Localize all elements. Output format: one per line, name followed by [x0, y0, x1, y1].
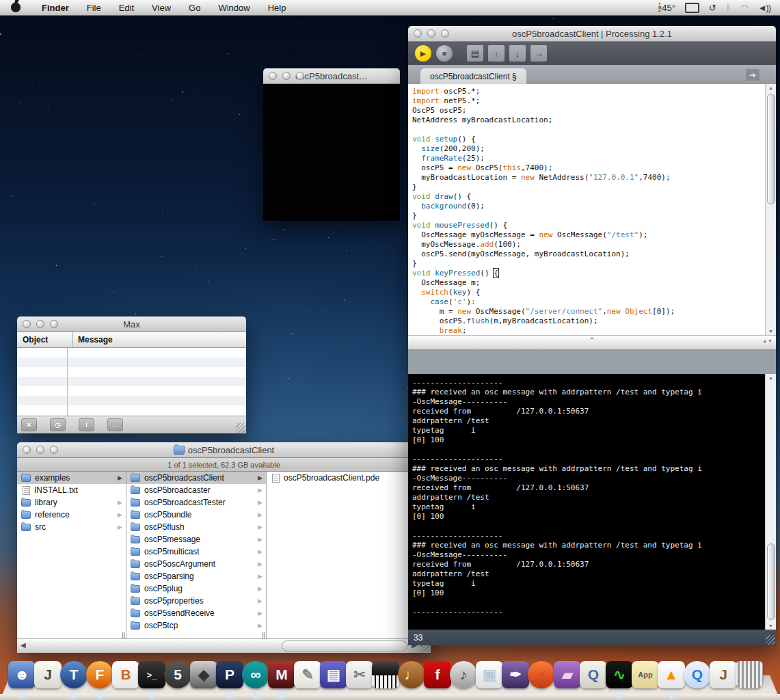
open-button[interactable]: ↑: [488, 45, 505, 62]
volume-icon[interactable]: ◄)): [757, 3, 770, 13]
dock-item-flash[interactable]: f: [425, 661, 450, 691]
scrollbar-thumb[interactable]: [282, 641, 407, 651]
zoom-button[interactable]: [441, 29, 449, 38]
menu-item-finder[interactable]: Finder: [33, 1, 78, 15]
dock-item-arduino[interactable]: ∞: [243, 661, 269, 691]
processing-titlebar[interactable]: oscP5broadcastClient | Processing 1.2.1: [408, 26, 776, 42]
collapse-caret-icon[interactable]: ˆ: [591, 336, 593, 347]
finder-item-oscp5message[interactable]: oscP5message▶: [126, 533, 266, 546]
dock-item-midi-keyboard[interactable]: [373, 661, 399, 691]
column-header-object[interactable]: Object: [17, 335, 72, 345]
dock-item-app-5[interactable]: 5: [165, 661, 191, 691]
max-row[interactable]: [17, 367, 246, 377]
dock-item-blue-toolbox[interactable]: ▤: [321, 661, 347, 691]
finder-item-oscp5broadcastclient[interactable]: oscP5broadcastClient▶: [126, 472, 266, 484]
column-header-message[interactable]: Message: [72, 332, 113, 347]
display-icon[interactable]: [685, 3, 699, 13]
dock-item-trash[interactable]: [736, 661, 762, 691]
close-button[interactable]: [23, 446, 31, 454]
finder-item-oscp5parsing[interactable]: oscP5parsing▶: [126, 570, 266, 582]
close-button[interactable]: [414, 29, 422, 38]
console-vertical-scrollbar[interactable]: ▲ ▼: [765, 374, 776, 630]
dock-item-ink-flask[interactable]: ✒: [502, 661, 528, 691]
close-button[interactable]: ✕: [21, 418, 37, 431]
dock-item-garageband[interactable]: ♩: [399, 661, 425, 691]
run-button[interactable]: ▶: [415, 45, 431, 62]
splitter-arrows-icon[interactable]: ▲▼: [762, 338, 773, 343]
max-row[interactable]: [17, 348, 246, 358]
dock-item-activity-meter[interactable]: ∿: [606, 661, 632, 691]
sketch-titlebar[interactable]: oscP5broadcast…: [263, 68, 400, 84]
finder-item-oscp5oscargument[interactable]: oscP5oscArgument▶: [126, 558, 266, 570]
scroll-up-icon[interactable]: ▲: [766, 375, 776, 380]
scrollbar-thumb[interactable]: [767, 543, 775, 620]
dock-item-firefox[interactable]: F: [87, 661, 113, 691]
max-titlebar[interactable]: Max: [17, 317, 246, 332]
dock-item-processing[interactable]: P: [217, 661, 243, 691]
code-vertical-scrollbar[interactable]: ▲ ▼: [765, 84, 776, 335]
save-button[interactable]: ↓: [509, 45, 526, 62]
minimize-button[interactable]: [427, 29, 435, 38]
finder-item-oscp5sendreceive[interactable]: oscP5sendReceive▶: [126, 607, 266, 619]
finder-item-library[interactable]: library▶: [17, 496, 126, 509]
finder-item-oscp5broadcasttester[interactable]: oscP5broadcastTester▶: [126, 496, 266, 509]
editor-console-splitter[interactable]: ˆ ▲▼: [408, 335, 776, 350]
finder-item-install.txt[interactable]: INSTALL.txt: [17, 484, 126, 496]
max-row[interactable]: [17, 377, 246, 386]
finder-item-oscp5tcp[interactable]: oscP5tcp▶: [126, 619, 266, 632]
scroll-left-icon[interactable]: ◀: [21, 641, 26, 649]
finder-item-src[interactable]: src▶: [17, 521, 126, 533]
sketch-canvas[interactable]: [263, 84, 400, 221]
scroll-up-icon[interactable]: ▲: [766, 85, 776, 90]
stop-button[interactable]: ■: [436, 45, 453, 62]
menu-item-help[interactable]: Help: [259, 1, 295, 15]
export-button[interactable]: →: [530, 45, 547, 62]
dock-item-finder[interactable]: ☻: [9, 661, 35, 691]
clock-button[interactable]: ◷: [50, 418, 66, 431]
dock-item-bibdesk[interactable]: B: [113, 661, 139, 691]
minimize-button[interactable]: [36, 320, 44, 328]
scroll-down-icon[interactable]: ▼: [766, 329, 776, 334]
menu-item-go[interactable]: Go: [180, 1, 209, 15]
close-button[interactable]: [23, 320, 31, 328]
apple-menu-icon[interactable]: [11, 3, 21, 12]
bluetooth-icon[interactable]: ᛒ: [726, 3, 731, 12]
resize-grip[interactable]: [236, 423, 245, 433]
dock-item-text-editor[interactable]: ✎: [295, 661, 321, 691]
code-area[interactable]: import oscP5.*;import netP5.*;OscP5 oscP…: [408, 84, 776, 335]
menu-item-view[interactable]: View: [143, 1, 180, 15]
dock-item-terminal[interactable]: >_: [139, 661, 165, 691]
max-row[interactable]: [17, 396, 246, 405]
code-editor[interactable]: import oscP5.*;import netP5.*;OscP5 oscP…: [408, 84, 776, 335]
tab-menu-button[interactable]: ➔: [746, 69, 759, 81]
tab-oscp5broadcastclient[interactable]: oscP5broadcastClient §: [420, 68, 526, 84]
dock-item-java-doc[interactable]: J: [710, 661, 736, 691]
time-machine-icon[interactable]: ↺: [709, 3, 716, 13]
dock-item-archive-box[interactable]: Q: [580, 661, 606, 691]
info-button[interactable]: i: [79, 418, 94, 431]
zoom-button[interactable]: [50, 320, 58, 328]
max-row[interactable]: [17, 386, 246, 396]
zoom-button[interactable]: [50, 446, 58, 454]
finder-titlebar[interactable]: oscP5broadcastClient: [17, 442, 431, 458]
dock-item-java-textedit[interactable]: J: [35, 661, 61, 691]
close-button[interactable]: [269, 72, 277, 80]
zoom-button[interactable]: [296, 72, 304, 80]
temperature-widget[interactable]: TMP 45°: [658, 3, 675, 13]
finder-item-oscp5broadcaster[interactable]: oscP5broadcaster▶: [126, 484, 266, 496]
minimize-button[interactable]: [282, 72, 291, 80]
dock-item-thunderbird[interactable]: T: [61, 661, 87, 691]
resize-grip[interactable]: [766, 635, 775, 645]
dock-item-carrot[interactable]: ●: [528, 661, 554, 691]
finder-item-oscp5plug[interactable]: oscP5plug▶: [126, 582, 266, 595]
scrollbar-thumb[interactable]: [767, 94, 775, 204]
dock-item-max-msp[interactable]: M: [269, 661, 295, 691]
finder-item-examples[interactable]: examples▶: [17, 472, 126, 484]
finder-horizontal-scrollbar[interactable]: ◀ ▶: [17, 638, 431, 653]
dock-item-clip-art[interactable]: ✂: [347, 661, 373, 691]
dock-item-vlc[interactable]: ▲: [658, 661, 684, 691]
finder-item-oscp5broadcastclient.pde[interactable]: oscP5broadcastClient.pde: [267, 472, 431, 484]
dock-item-appzapper[interactable]: App: [632, 661, 658, 691]
back-button[interactable]: ←: [107, 418, 123, 431]
dock-item-quicksilver-cube[interactable]: ◆: [191, 661, 217, 691]
